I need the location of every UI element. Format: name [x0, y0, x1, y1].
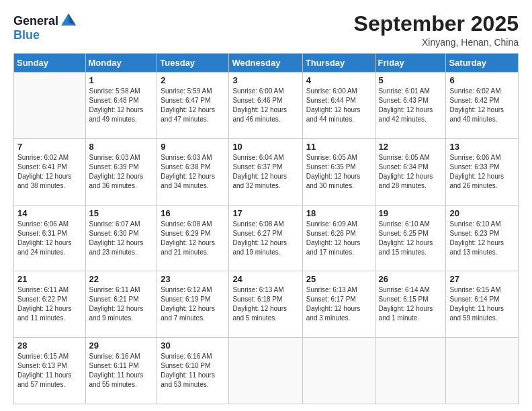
day-info: Sunrise: 6:04 AM Sunset: 6:37 PM Dayligh…: [232, 153, 298, 191]
calendar-cell: 25Sunrise: 6:13 AM Sunset: 6:17 PM Dayli…: [302, 271, 375, 338]
day-number: 23: [161, 274, 225, 284]
calendar-cell: 20Sunrise: 6:10 AM Sunset: 6:23 PM Dayli…: [446, 205, 519, 271]
weekday-header-friday: Friday: [375, 54, 446, 73]
day-info: Sunrise: 6:05 AM Sunset: 6:35 PM Dayligh…: [306, 153, 371, 191]
calendar-cell: [14, 73, 86, 139]
day-number: 5: [379, 75, 443, 85]
day-number: 19: [379, 208, 443, 218]
day-info: Sunrise: 6:03 AM Sunset: 6:39 PM Dayligh…: [89, 153, 154, 191]
day-number: 25: [306, 274, 371, 284]
calendar-cell: 27Sunrise: 6:15 AM Sunset: 6:14 PM Dayli…: [446, 271, 519, 338]
day-info: Sunrise: 6:08 AM Sunset: 6:27 PM Dayligh…: [232, 220, 298, 257]
day-info: Sunrise: 6:12 AM Sunset: 6:19 PM Dayligh…: [161, 285, 225, 323]
day-info: Sunrise: 6:02 AM Sunset: 6:42 PM Dayligh…: [449, 87, 515, 124]
day-number: 1: [89, 75, 154, 85]
calendar-cell: 22Sunrise: 6:11 AM Sunset: 6:21 PM Dayli…: [85, 271, 157, 338]
calendar-cell: 19Sunrise: 6:10 AM Sunset: 6:25 PM Dayli…: [375, 205, 446, 271]
day-number: 28: [17, 340, 82, 351]
day-info: Sunrise: 6:15 AM Sunset: 6:13 PM Dayligh…: [17, 352, 82, 390]
day-info: Sunrise: 6:14 AM Sunset: 6:15 PM Dayligh…: [379, 285, 443, 323]
day-number: 29: [89, 340, 154, 351]
day-info: Sunrise: 6:11 AM Sunset: 6:22 PM Dayligh…: [17, 285, 82, 323]
calendar-cell: [375, 338, 446, 404]
calendar-cell: 12Sunrise: 6:05 AM Sunset: 6:34 PM Dayli…: [375, 138, 446, 205]
day-number: 24: [232, 274, 298, 284]
calendar-cell: 10Sunrise: 6:04 AM Sunset: 6:37 PM Dayli…: [229, 138, 302, 205]
day-info: Sunrise: 6:13 AM Sunset: 6:18 PM Dayligh…: [232, 285, 298, 323]
logo-text: General Blue: [13, 12, 77, 42]
week-row-1: 1Sunrise: 5:58 AM Sunset: 6:48 PM Daylig…: [14, 73, 519, 139]
day-number: 3: [232, 75, 298, 85]
week-row-5: 28Sunrise: 6:15 AM Sunset: 6:13 PM Dayli…: [14, 338, 519, 404]
day-number: 16: [161, 208, 225, 218]
day-info: Sunrise: 6:16 AM Sunset: 6:11 PM Dayligh…: [89, 352, 154, 390]
calendar-cell: 7Sunrise: 6:02 AM Sunset: 6:41 PM Daylig…: [14, 138, 86, 205]
calendar-cell: 8Sunrise: 6:03 AM Sunset: 6:39 PM Daylig…: [85, 138, 157, 205]
day-info: Sunrise: 5:58 AM Sunset: 6:48 PM Dayligh…: [89, 87, 154, 124]
calendar-cell: 11Sunrise: 6:05 AM Sunset: 6:35 PM Dayli…: [302, 138, 375, 205]
day-info: Sunrise: 6:07 AM Sunset: 6:30 PM Dayligh…: [89, 220, 154, 257]
day-number: 20: [449, 208, 515, 218]
calendar-cell: 14Sunrise: 6:06 AM Sunset: 6:31 PM Dayli…: [14, 205, 86, 271]
day-number: 7: [17, 142, 82, 152]
day-info: Sunrise: 6:09 AM Sunset: 6:26 PM Dayligh…: [306, 220, 371, 257]
day-number: 8: [89, 142, 154, 152]
calendar-cell: 9Sunrise: 6:03 AM Sunset: 6:38 PM Daylig…: [157, 138, 229, 205]
day-info: Sunrise: 6:02 AM Sunset: 6:41 PM Dayligh…: [17, 153, 82, 191]
weekday-header-row: SundayMondayTuesdayWednesdayThursdayFrid…: [14, 54, 519, 73]
day-info: Sunrise: 5:59 AM Sunset: 6:47 PM Dayligh…: [161, 87, 225, 124]
weekday-header-sunday: Sunday: [14, 54, 86, 73]
day-number: 27: [449, 274, 515, 284]
day-number: 17: [232, 208, 298, 218]
day-number: 2: [161, 75, 225, 85]
day-info: Sunrise: 6:15 AM Sunset: 6:14 PM Dayligh…: [449, 285, 515, 323]
day-info: Sunrise: 6:01 AM Sunset: 6:43 PM Dayligh…: [379, 87, 443, 124]
weekday-header-monday: Monday: [85, 54, 157, 73]
calendar-cell: 17Sunrise: 6:08 AM Sunset: 6:27 PM Dayli…: [229, 205, 302, 271]
calendar-cell: 29Sunrise: 6:16 AM Sunset: 6:11 PM Dayli…: [85, 338, 157, 404]
day-number: 11: [306, 142, 371, 152]
weekday-header-thursday: Thursday: [302, 54, 375, 73]
day-number: 26: [379, 274, 443, 284]
calendar-cell: 6Sunrise: 6:02 AM Sunset: 6:42 PM Daylig…: [446, 73, 519, 139]
day-info: Sunrise: 6:10 AM Sunset: 6:23 PM Dayligh…: [449, 220, 515, 257]
day-info: Sunrise: 6:00 AM Sunset: 6:44 PM Dayligh…: [306, 87, 371, 124]
calendar-cell: [446, 338, 519, 404]
day-info: Sunrise: 6:06 AM Sunset: 6:31 PM Dayligh…: [17, 220, 82, 257]
logo-icon: [60, 12, 77, 30]
title-block: September 2025 Xinyang, Henan, China: [354, 12, 519, 48]
day-number: 9: [161, 142, 225, 152]
calendar-cell: 23Sunrise: 6:12 AM Sunset: 6:19 PM Dayli…: [157, 271, 229, 338]
calendar-cell: 16Sunrise: 6:08 AM Sunset: 6:29 PM Dayli…: [157, 205, 229, 271]
day-info: Sunrise: 6:05 AM Sunset: 6:34 PM Dayligh…: [379, 153, 443, 191]
weekday-header-wednesday: Wednesday: [229, 54, 302, 73]
month-title: September 2025: [354, 12, 519, 36]
calendar-cell: 2Sunrise: 5:59 AM Sunset: 6:47 PM Daylig…: [157, 73, 229, 139]
day-number: 10: [232, 142, 298, 152]
calendar-cell: 18Sunrise: 6:09 AM Sunset: 6:26 PM Dayli…: [302, 205, 375, 271]
day-info: Sunrise: 6:03 AM Sunset: 6:38 PM Dayligh…: [161, 153, 225, 191]
day-number: 30: [161, 340, 225, 351]
calendar-cell: 30Sunrise: 6:16 AM Sunset: 6:10 PM Dayli…: [157, 338, 229, 404]
day-info: Sunrise: 6:16 AM Sunset: 6:10 PM Dayligh…: [161, 352, 225, 390]
calendar-cell: 4Sunrise: 6:00 AM Sunset: 6:44 PM Daylig…: [302, 73, 375, 139]
calendar-cell: 26Sunrise: 6:14 AM Sunset: 6:15 PM Dayli…: [375, 271, 446, 338]
day-number: 12: [379, 142, 443, 152]
day-info: Sunrise: 6:11 AM Sunset: 6:21 PM Dayligh…: [89, 285, 154, 323]
day-number: 13: [449, 142, 515, 152]
day-info: Sunrise: 6:13 AM Sunset: 6:17 PM Dayligh…: [306, 285, 371, 323]
calendar-cell: 3Sunrise: 6:00 AM Sunset: 6:46 PM Daylig…: [229, 73, 302, 139]
day-info: Sunrise: 6:10 AM Sunset: 6:25 PM Dayligh…: [379, 220, 443, 257]
week-row-4: 21Sunrise: 6:11 AM Sunset: 6:22 PM Dayli…: [14, 271, 519, 338]
week-row-2: 7Sunrise: 6:02 AM Sunset: 6:41 PM Daylig…: [14, 138, 519, 205]
calendar-cell: 24Sunrise: 6:13 AM Sunset: 6:18 PM Dayli…: [229, 271, 302, 338]
weekday-header-saturday: Saturday: [446, 54, 519, 73]
calendar-cell: [302, 338, 375, 404]
weekday-header-tuesday: Tuesday: [157, 54, 229, 73]
day-info: Sunrise: 6:06 AM Sunset: 6:33 PM Dayligh…: [449, 153, 515, 191]
calendar-cell: 13Sunrise: 6:06 AM Sunset: 6:33 PM Dayli…: [446, 138, 519, 205]
calendar-cell: 15Sunrise: 6:07 AM Sunset: 6:30 PM Dayli…: [85, 205, 157, 271]
day-number: 18: [306, 208, 371, 218]
day-info: Sunrise: 6:00 AM Sunset: 6:46 PM Dayligh…: [232, 87, 298, 124]
day-number: 6: [449, 75, 515, 85]
